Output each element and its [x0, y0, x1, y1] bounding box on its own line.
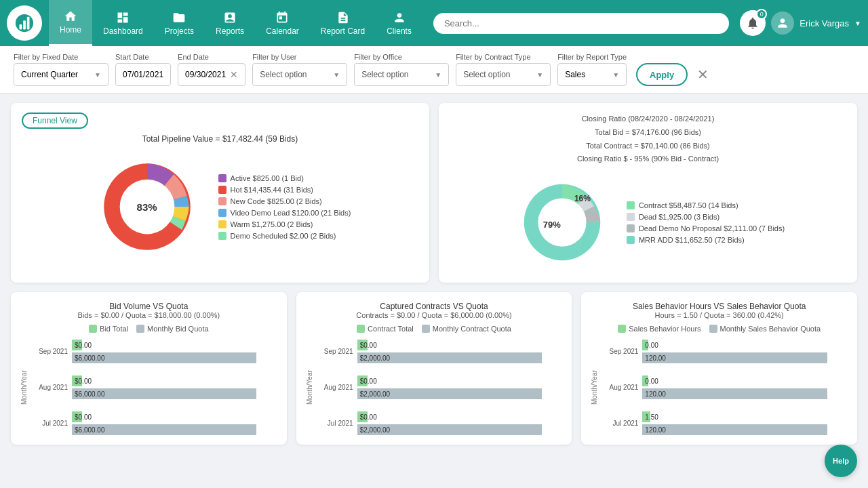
avatar: [771, 12, 794, 35]
funnel-pie-center-label: 83%: [137, 201, 157, 213]
bar0-legend-0: Bid Total: [89, 325, 128, 333]
funnel-pie-section: 83% Active $825.00 (1 Bid) Hot $14,435.4…: [22, 149, 418, 264]
bar2-legend: Sales Behavior Hours Monthly Sales Behav…: [591, 325, 848, 333]
bar0-row-2: Jul 2021 $0.00 $6,000.00: [33, 411, 277, 435]
contract-select[interactable]: Select option ▼: [456, 63, 551, 86]
end-date-label: End Date: [178, 53, 245, 61]
start-date-label: Start Date: [115, 53, 171, 61]
nav-item-calendar[interactable]: Calendar: [255, 0, 310, 46]
closing-legend: Contract $58,487.50 (14 Bids) Dead $1,92…: [627, 201, 785, 244]
closing-chart-card: Closing Ratio (08/24/2020 - 08/24/2021) …: [439, 103, 857, 283]
bar1-legend-0: Contract Total: [357, 325, 414, 333]
nav-item-reportcard[interactable]: Report Card: [310, 0, 376, 46]
bar0-row1-bar1: $0.00: [72, 375, 82, 386]
legend-dot-5: [218, 232, 226, 240]
svg-rect-3: [27, 17, 30, 30]
office-select[interactable]: Select option ▼: [354, 63, 449, 86]
nav-user[interactable]: Erick Vargas ▼: [771, 12, 861, 35]
bar1-legend: Contract Total Monthly Contract Quota: [306, 325, 563, 333]
user-select-placeholder: Select option: [260, 70, 328, 79]
legend-item-0: Active $825.00 (1 Bid): [218, 174, 351, 182]
filters-close-icon[interactable]: ✕: [697, 63, 709, 86]
bar-chart-0: Bid Volume VS Quota Bids = $0.00 / Quota…: [11, 292, 287, 445]
charts-row-1: Funnel View Total Pipeline Value = $17,4…: [11, 103, 857, 283]
bar2-row2-bar1: 1.50: [642, 411, 650, 422]
bar0-row0-label: Sep 2021: [33, 348, 68, 355]
end-date-input[interactable]: 09/30/2021 ✕: [178, 63, 245, 86]
bar0-row-1: Aug 2021 $0.00 $6,000.00: [33, 375, 277, 399]
bar1-row-2: Jul 2021 $0.00 $2,000.00: [318, 411, 563, 435]
bar0-row2-bar2: $6,000.00: [72, 424, 256, 435]
contract-select-chevron-icon: ▼: [536, 71, 543, 79]
nav-item-clients[interactable]: Clients: [376, 0, 422, 46]
fixed-date-select[interactable]: Current Quarter ▼: [14, 63, 108, 86]
bar1-row-1: Aug 2021 $0.00 $2,000.00: [318, 375, 563, 399]
nav-reports-label: Reports: [216, 26, 244, 36]
legend-item-4: Warm $1,275.00 (2 Bids): [218, 220, 351, 228]
main-content: Funnel View Total Pipeline Value = $17,4…: [0, 94, 868, 454]
bar0-row-0: Sep 2021 $0.00 $6,000.00: [33, 340, 277, 363]
end-date-value: 09/30/2021: [185, 70, 226, 79]
bar0-rows: Sep 2021 $0.00 $6,000.00 Aug 2021 $0.00 …: [33, 340, 277, 435]
nav-reportcard-label: Report Card: [321, 26, 365, 36]
nav-calendar-label: Calendar: [266, 26, 299, 36]
start-date-input[interactable]: 07/01/2021: [115, 63, 171, 86]
closing-legend-1: Dead $1,925.00 (3 Bids): [627, 213, 785, 221]
bar1-row2-label: Jul 2021: [318, 420, 353, 427]
legend-dot-4: [218, 220, 226, 228]
closing-pie-section: 16% 79% Contract $58,487.50 (14 Bids) De…: [450, 171, 846, 273]
contract-select-placeholder: Select option: [463, 70, 531, 79]
bar0-chart-area: Month/Year Sep 2021 $0.00 $6,000.00 Aug …: [20, 340, 277, 435]
bar1-row2-bars: $0.00 $2,000.00: [357, 411, 563, 435]
bar1-row1-bar2: $2,000.00: [357, 388, 542, 399]
bar1-dot-0: [357, 325, 365, 333]
filters-bar: Filter by Fixed Date Current Quarter ▼ S…: [0, 46, 868, 94]
bar1-row0-bars: $0.00 $2,000.00: [357, 340, 563, 363]
nav-item-projects[interactable]: Projects: [154, 0, 205, 46]
closing-total-bid: Total Bid = $74,176.00 (96 Bids): [450, 126, 846, 140]
bar2-title: Sales Behavior Hours VS Sales Behavior Q…: [591, 302, 848, 311]
bar0-row0-bars: $0.00 $6,000.00: [72, 340, 277, 363]
user-select[interactable]: Select option ▼: [252, 63, 347, 86]
bar2-row2-bars: 1.50 120.00: [642, 411, 848, 435]
nav-bell[interactable]: 0: [740, 10, 766, 36]
legend-dot-2: [218, 197, 226, 205]
bar2-row2-label: Jul 2021: [603, 420, 638, 427]
bar1-row1-label: Aug 2021: [318, 384, 353, 391]
closing-legend-0: Contract $58,487.50 (14 Bids): [627, 201, 785, 209]
bell-badge: 0: [756, 9, 767, 20]
closing-title: Closing Ratio (08/24/2020 - 08/24/2021): [450, 113, 846, 126]
bar2-row1-bars: 0.00 120.00: [642, 375, 848, 399]
nav-item-home[interactable]: Home: [49, 0, 92, 46]
legend-dot-1: [218, 186, 226, 194]
nav-item-dashboard[interactable]: Dashboard: [92, 0, 154, 46]
bar0-row0-bar1: $0.00: [72, 340, 82, 350]
closing-ratio: Closing Ratio $ - 95% (90% Bid - Contrac…: [450, 152, 846, 166]
nav-projects-label: Projects: [165, 26, 194, 36]
end-date-clear-icon[interactable]: ✕: [230, 69, 238, 80]
bar0-row2-bars: $0.00 $6,000.00: [72, 411, 277, 435]
nav-logo[interactable]: [7, 5, 42, 41]
bar2-row-1: Aug 2021 0.00 120.00: [603, 375, 848, 399]
bar1-subtitle: Contracts = $0.00 / Quota = $6,000.00 (0…: [306, 311, 563, 319]
report-select-chevron-icon: ▼: [612, 71, 619, 79]
bar1-row1-bars: $0.00 $2,000.00: [357, 375, 563, 399]
nav-dashboard-label: Dashboard: [103, 26, 143, 36]
apply-button[interactable]: Apply: [636, 63, 688, 86]
legend-dot-0: [218, 174, 226, 182]
bar0-legend: Bid Total Monthly Bid Quota: [20, 325, 277, 333]
bar2-legend-0: Sales Behavior Hours: [618, 325, 701, 333]
closing-info: Closing Ratio (08/24/2020 - 08/24/2021) …: [450, 113, 846, 166]
user-select-chevron-icon: ▼: [333, 71, 340, 79]
closing-dot-2: [627, 224, 635, 232]
closing-label-79: 79%: [543, 220, 561, 230]
closing-pie-svg: [511, 171, 613, 273]
funnel-view-button[interactable]: Funnel View: [22, 113, 88, 129]
bar2-row1-bar1: 0.00: [642, 375, 648, 386]
nav-item-reports[interactable]: Reports: [205, 0, 255, 46]
report-filter-label: Filter by Report Type: [557, 53, 627, 61]
filter-end-date-group: End Date 09/30/2021 ✕: [178, 53, 245, 86]
search-input[interactable]: [433, 13, 729, 34]
report-select[interactable]: Sales ▼: [557, 63, 627, 86]
start-date-value: 07/01/2021: [123, 70, 163, 79]
